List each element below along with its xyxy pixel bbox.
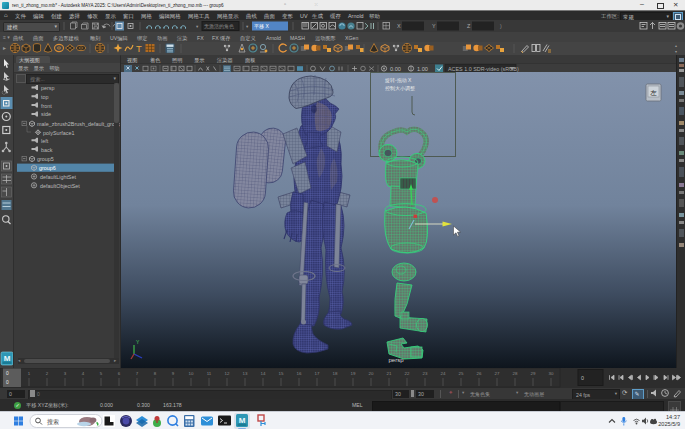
svg-text:搜索: 搜索 [47, 418, 59, 426]
svg-text:front: front [41, 102, 52, 108]
svg-text:0: 0 [581, 375, 584, 381]
svg-text:defaultLightSet: defaultLightSet [40, 173, 76, 179]
svg-text:22: 22 [405, 371, 410, 376]
svg-text:▾: ▾ [196, 24, 199, 29]
svg-text:0: 0 [6, 371, 9, 376]
svg-text:20: 20 [369, 371, 374, 376]
svg-text:13: 13 [243, 371, 248, 376]
svg-text:persp: persp [388, 357, 404, 363]
svg-text:▸: ▸ [3, 45, 6, 51]
svg-text:▴: ▴ [675, 43, 677, 48]
svg-text:polySurface1: polySurface1 [43, 129, 74, 135]
svg-text:12: 12 [225, 371, 230, 376]
svg-text:30: 30 [549, 371, 554, 376]
svg-text:18: 18 [333, 371, 338, 376]
svg-text:旋转-拖动 X: 旋转-拖动 X [384, 77, 412, 84]
svg-text:0: 0 [6, 380, 9, 385]
svg-text:left: left [41, 137, 49, 143]
svg-text:Z: Z [467, 23, 471, 29]
svg-text:26: 26 [477, 371, 482, 376]
svg-text:Y: Y [432, 23, 436, 29]
svg-text:17: 17 [315, 371, 320, 376]
svg-text:▾: ▾ [675, 49, 677, 54]
svg-text:back: back [41, 146, 53, 152]
svg-text:ACES 1.0 SDR-video (sRGB): ACES 1.0 SDR-video (sRGB) [448, 66, 519, 72]
svg-text:控制大小调整: 控制大小调整 [385, 85, 415, 92]
svg-text:male_zbrush2Brush_default_grou: male_zbrush2Brush_default_group [37, 120, 120, 126]
svg-text:14: 14 [261, 371, 266, 376]
svg-text:persp: persp [41, 85, 55, 91]
svg-text:24: 24 [441, 371, 446, 376]
svg-text:▾: ▾ [246, 24, 249, 29]
svg-text:top: top [41, 93, 49, 99]
svg-text:25: 25 [459, 371, 464, 376]
svg-text:无激活的角色: 无激活的角色 [204, 23, 234, 30]
svg-text:): ) [500, 23, 502, 29]
svg-text:group6: group6 [39, 164, 56, 170]
svg-text:11: 11 [207, 371, 212, 376]
svg-text:16: 16 [297, 371, 302, 376]
svg-text:28: 28 [513, 371, 518, 376]
svg-text:27: 27 [495, 371, 500, 376]
svg-text:19: 19 [351, 371, 356, 376]
svg-text:10: 10 [189, 371, 194, 376]
svg-text:defaultObjectSet: defaultObjectSet [40, 182, 80, 188]
svg-text:group5: group5 [37, 156, 54, 162]
svg-text:23: 23 [423, 371, 428, 376]
svg-text:29: 29 [531, 371, 536, 376]
svg-text:15: 15 [279, 371, 284, 376]
svg-text:平移 X: 平移 X [254, 23, 269, 30]
svg-text:X: X [397, 23, 401, 29]
svg-text:21: 21 [387, 371, 392, 376]
svg-text:左: 左 [650, 89, 657, 96]
svg-text:side: side [41, 111, 51, 117]
